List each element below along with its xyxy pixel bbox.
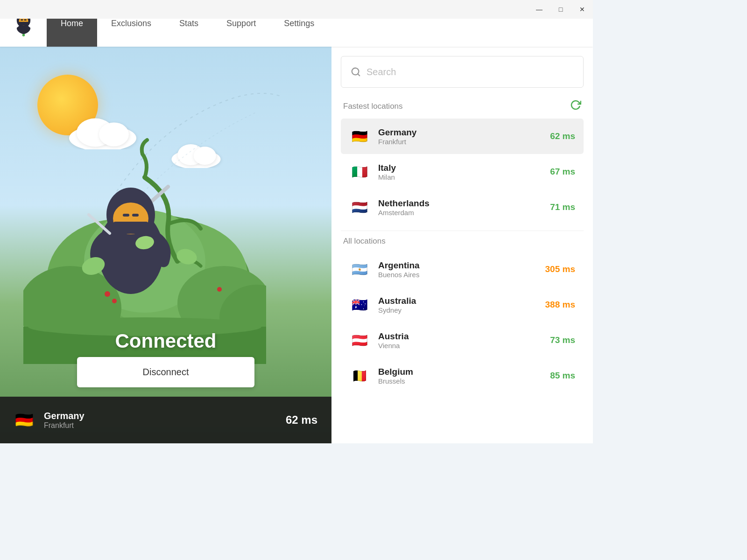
germany-flag: 🇩🇪 (349, 126, 370, 147)
australia-ping: 388 ms (545, 300, 575, 310)
svg-rect-25 (132, 214, 139, 217)
search-icon (351, 67, 361, 77)
fastest-locations-header: Fastest locations (341, 99, 584, 113)
close-button[interactable]: ✕ (571, 0, 593, 19)
austria-city: Vienna (378, 342, 542, 350)
location-item-belgium[interactable]: 🇧🇪 Belgium Brussels 85 ms (341, 358, 584, 393)
location-item-australia[interactable]: 🇦🇺 Australia Sydney 388 ms (341, 287, 584, 322)
netherlands-city: Amsterdam (378, 209, 542, 217)
austria-flag: 🇦🇹 (349, 330, 370, 350)
argentina-ping: 305 ms (545, 264, 575, 274)
netherlands-country: Netherlands (378, 198, 542, 209)
main-content: Connected Disconnect 🇩🇪 Germany Frankfur… (0, 47, 593, 443)
location-item-austria[interactable]: 🇦🇹 Austria Vienna 73 ms (341, 322, 584, 358)
australia-flag: 🇦🇺 (349, 294, 370, 315)
belgium-location-info: Belgium Brussels (378, 367, 542, 385)
netherlands-flag: 🇳🇱 (349, 197, 370, 217)
svg-point-30 (105, 291, 110, 297)
location-item-netherlands[interactable]: 🇳🇱 Netherlands Amsterdam 71 ms (341, 189, 584, 225)
australia-city: Sydney (378, 306, 537, 314)
svg-point-31 (112, 299, 117, 303)
germany-ping: 62 ms (550, 131, 575, 141)
disconnect-button[interactable]: Disconnect (77, 357, 254, 387)
italy-flag: 🇮🇹 (349, 161, 370, 182)
italy-city: Milan (378, 173, 542, 181)
location-item-argentina[interactable]: 🇦🇷 Argentina Buenos Aires 305 ms (341, 252, 584, 287)
argentina-location-info: Argentina Buenos Aires (378, 260, 537, 279)
connection-info-bar: 🇩🇪 Germany Frankfurt 62 ms (0, 397, 331, 443)
italy-country: Italy (378, 163, 542, 173)
italy-location-info: Italy Milan (378, 163, 542, 181)
belgium-city: Brussels (378, 377, 542, 385)
germany-city: Frankfurt (378, 138, 542, 146)
right-panel: Fastest locations 🇩🇪 Germany Frankfurt 6… (331, 47, 593, 443)
austria-location-info: Austria Vienna (378, 331, 542, 350)
connected-flag: 🇩🇪 (14, 410, 35, 430)
argentina-city: Buenos Aires (378, 271, 537, 279)
refresh-icon[interactable] (570, 99, 581, 113)
location-item-italy[interactable]: 🇮🇹 Italy Milan 67 ms (341, 154, 584, 189)
belgium-flag: 🇧🇪 (349, 365, 370, 386)
svg-point-32 (217, 287, 222, 292)
search-input[interactable] (366, 67, 574, 77)
fastest-locations-title: Fastest locations (343, 102, 403, 111)
germany-country: Germany (378, 127, 542, 138)
connected-country: Germany (44, 411, 276, 421)
belgium-ping: 85 ms (550, 371, 575, 381)
connected-ping: 62 ms (286, 413, 317, 427)
titlebar: — □ ✕ (0, 0, 593, 19)
connection-status-text: Connected (115, 330, 216, 352)
germany-location-info: Germany Frankfurt (378, 127, 542, 146)
argentina-flag: 🇦🇷 (349, 259, 370, 280)
section-divider (341, 231, 584, 231)
minimize-button[interactable]: — (529, 0, 550, 19)
svg-rect-2 (21, 19, 23, 21)
svg-rect-3 (24, 19, 27, 21)
left-panel: Connected Disconnect 🇩🇪 Germany Frankfur… (0, 47, 331, 443)
svg-rect-26 (113, 222, 148, 234)
belgium-country: Belgium (378, 367, 542, 377)
search-bar[interactable] (341, 56, 584, 88)
svg-rect-24 (123, 214, 129, 217)
svg-rect-4 (19, 21, 28, 25)
italy-ping: 67 ms (550, 167, 575, 177)
maximize-button[interactable]: □ (550, 0, 571, 19)
connected-city: Frankfurt (44, 421, 276, 430)
netherlands-ping: 71 ms (550, 202, 575, 212)
location-item-germany-fastest[interactable]: 🇩🇪 Germany Frankfurt 62 ms (341, 119, 584, 154)
connected-location-info: Germany Frankfurt (44, 411, 276, 430)
australia-country: Australia (378, 296, 537, 306)
australia-location-info: Australia Sydney (378, 296, 537, 314)
argentina-country: Argentina (378, 260, 537, 271)
svg-line-37 (358, 74, 359, 76)
all-locations-header: All locations (341, 237, 584, 246)
all-locations-title: All locations (343, 237, 386, 246)
austria-ping: 73 ms (550, 335, 575, 345)
austria-country: Austria (378, 331, 542, 342)
netherlands-location-info: Netherlands Amsterdam (378, 198, 542, 217)
ninja-illustration (23, 93, 266, 364)
